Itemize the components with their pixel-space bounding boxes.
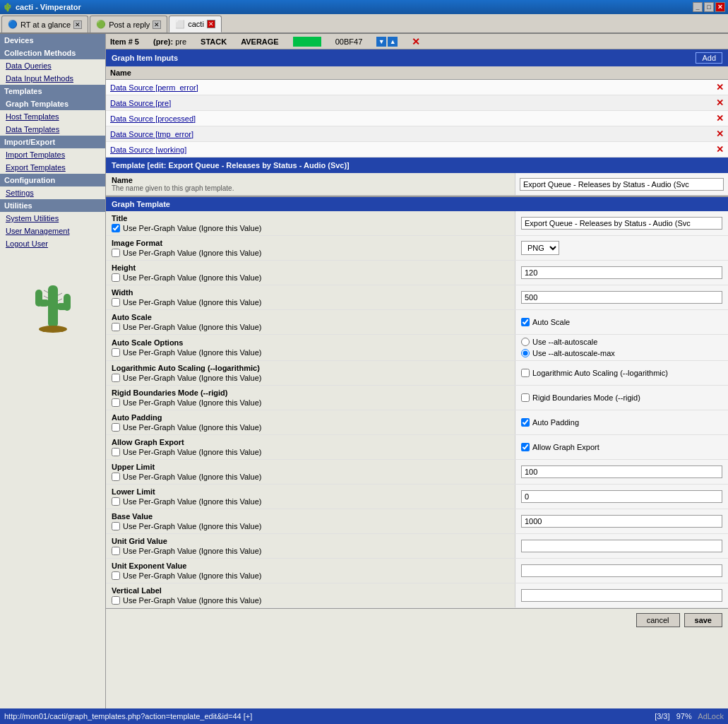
item-bar-close-btn[interactable]: ✕	[412, 36, 420, 47]
per-graph-checkbox-title[interactable]	[112, 224, 120, 232]
per-graph-checkbox-rigid[interactable]	[112, 398, 120, 407]
radio-auto_scale_options-0[interactable]	[521, 338, 530, 346]
per-graph-checkbox-upper_limit[interactable]	[112, 473, 120, 481]
minimize-button[interactable]: _	[693, 2, 703, 12]
sidebar-item-data-queries[interactable]: Data Queries	[0, 59, 105, 72]
sidebar-item-data-templates[interactable]: Data Templates	[0, 123, 105, 136]
input-vertical_label[interactable]	[521, 589, 722, 602]
label-cell-unit_grid_value: Unit Grid Value Use Per-Graph Value (Ign…	[106, 534, 515, 558]
input-unit_grid_value[interactable]	[521, 540, 722, 552]
tab-post-close[interactable]: ✕	[153, 20, 161, 29]
sidebar-item-graph-templates[interactable]: Graph Templates	[0, 97, 105, 110]
value-cell-base_value	[515, 509, 728, 533]
per-graph-checkbox-auto_scale_options[interactable]	[112, 348, 120, 357]
checkbox-value-auto_padding[interactable]	[521, 418, 530, 427]
sidebar-item-data-input-methods[interactable]: Data Input Methods	[0, 72, 105, 85]
select-image_format[interactable]: PNGGIFSVG	[521, 241, 559, 255]
template-name-label: Name	[112, 176, 509, 184]
input-upper_limit[interactable]	[521, 465, 722, 478]
per-graph-checkbox-auto_scale[interactable]	[112, 323, 120, 331]
table-row: Data Source [tmp_error] ✕	[106, 126, 728, 142]
value-cell-upper_limit	[515, 460, 728, 484]
cancel-button[interactable]: cancel	[636, 613, 680, 627]
value-cell-unit_grid_value	[515, 534, 728, 558]
arrow-down-btn[interactable]: ▼	[376, 37, 386, 47]
svg-line-5	[44, 290, 48, 292]
per-graph-checkbox-unit_exponent[interactable]	[112, 571, 120, 580]
label-main-height: Height	[112, 263, 509, 272]
maximize-button[interactable]: □	[704, 2, 714, 12]
tab-cacti-close[interactable]: ✕	[207, 20, 215, 28]
tab-rt-label: RT at a glance	[20, 20, 71, 29]
arrow-up-btn[interactable]: ▲	[388, 37, 398, 47]
per-graph-checkbox-unit_grid_value[interactable]	[112, 547, 120, 555]
sidebar-item-logout-user[interactable]: Logout User	[0, 237, 105, 250]
field-row-upper_limit: Upper Limit Use Per-Graph Value (Ignore …	[106, 460, 728, 485]
checkbox-row-base_value: Use Per-Graph Value (Ignore this Value)	[112, 522, 509, 530]
item-number: Item # 5	[110, 37, 139, 46]
data-source-link[interactable]: Data Source [working]	[110, 146, 186, 154]
status-plugin: AdLock	[698, 712, 724, 720]
field-row-image_format: Image Format Use Per-Graph Value (Ignore…	[106, 236, 728, 261]
close-window-button[interactable]: ✕	[715, 2, 725, 12]
sidebar-item-host-templates[interactable]: Host Templates	[0, 110, 105, 123]
field-row-title: Title Use Per-Graph Value (Ignore this V…	[106, 211, 728, 236]
per-graph-checkbox-vertical_label[interactable]	[112, 596, 120, 605]
tab-post[interactable]: 🟢 Post a reply ✕	[90, 16, 167, 32]
add-input-button[interactable]: Add	[696, 52, 722, 64]
graph-template-title: Graph Template	[112, 200, 170, 208]
delete-row-btn[interactable]: ✕	[716, 144, 724, 155]
per-graph-checkbox-height[interactable]	[112, 273, 120, 282]
checkbox-row-lower_limit: Use Per-Graph Value (Ignore this Value)	[112, 497, 509, 506]
data-source-link[interactable]: Data Source [tmp_error]	[110, 130, 193, 138]
radio-auto_scale_options-1[interactable]	[521, 349, 530, 357]
per-graph-checkbox-auto_padding[interactable]	[112, 423, 120, 432]
per-graph-checkbox-lower_limit[interactable]	[112, 497, 120, 506]
data-source-link[interactable]: Data Source [processed]	[110, 114, 196, 123]
checkbox-row-rigid: Use Per-Graph Value (Ignore this Value)	[112, 398, 509, 407]
field-row-auto_padding: Auto Padding Use Per-Graph Value (Ignore…	[106, 410, 728, 435]
per-graph-checkbox-allow_graph_export[interactable]	[112, 448, 120, 456]
input-width[interactable]	[521, 291, 722, 304]
field-row-unit_grid_value: Unit Grid Value Use Per-Graph Value (Ign…	[106, 534, 728, 559]
data-source-link[interactable]: Data Source [pre]	[110, 99, 171, 107]
field-row-base_value: Base Value Use Per-Graph Value (Ignore t…	[106, 509, 728, 534]
value-cell-auto_scale: Auto Scale	[515, 310, 728, 334]
sidebar-item-export-templates[interactable]: Export Templates	[0, 161, 105, 174]
data-source-link[interactable]: Data Source [perm_error]	[110, 83, 198, 92]
sidebar-item-import-templates[interactable]: Import Templates	[0, 148, 105, 161]
delete-row-btn[interactable]: ✕	[716, 129, 724, 139]
status-url: http://mon01/cacti/graph_templates.php?a…	[4, 712, 252, 720]
checkbox-value-auto_scale[interactable]	[521, 318, 530, 326]
input-base_value[interactable]	[521, 515, 722, 528]
value-cell-unit_exponent	[515, 559, 728, 583]
input-title[interactable]	[521, 217, 722, 230]
per-graph-checkbox-width[interactable]	[112, 298, 120, 307]
per-graph-checkbox-logarithmic[interactable]	[112, 374, 120, 382]
tab-rt-close[interactable]: ✕	[73, 20, 82, 29]
sidebar-item-user-management[interactable]: User Management	[0, 225, 105, 237]
col-action-header	[638, 66, 728, 80]
per-graph-checkbox-base_value[interactable]	[112, 522, 120, 530]
tab-rt[interactable]: 🔵 RT at a glance ✕	[1, 16, 88, 32]
sidebar-item-system-utilities[interactable]: System Utilities	[0, 212, 105, 225]
checkbox-value-logarithmic[interactable]	[521, 369, 530, 377]
value-cell-logarithmic: Logarithmic Auto Scaling (--logarithmic)	[515, 361, 728, 385]
input-lower_limit[interactable]	[521, 490, 722, 503]
checkbox-value-rigid[interactable]	[521, 393, 530, 402]
save-button[interactable]: save	[684, 613, 722, 627]
sidebar-item-settings[interactable]: Settings	[0, 186, 105, 199]
item-bar-stack: STACK	[201, 37, 227, 46]
delete-row-btn[interactable]: ✕	[716, 113, 724, 124]
input-height[interactable]	[521, 266, 722, 279]
delete-row-btn[interactable]: ✕	[716, 97, 724, 108]
input-unit_exponent[interactable]	[521, 564, 722, 577]
field-row-unit_exponent: Unit Exponent Value Use Per-Graph Value …	[106, 559, 728, 583]
sidebar-header-import-export: Import/Export	[0, 136, 105, 148]
field-row-lower_limit: Lower Limit Use Per-Graph Value (Ignore …	[106, 485, 728, 509]
per-graph-checkbox-image_format[interactable]	[112, 249, 120, 257]
tab-cacti[interactable]: ⬜ cacti ✕	[169, 16, 222, 32]
checkbox-value-allow_graph_export[interactable]	[521, 443, 530, 451]
template-name-input[interactable]	[520, 178, 724, 191]
delete-row-btn[interactable]: ✕	[716, 82, 724, 93]
